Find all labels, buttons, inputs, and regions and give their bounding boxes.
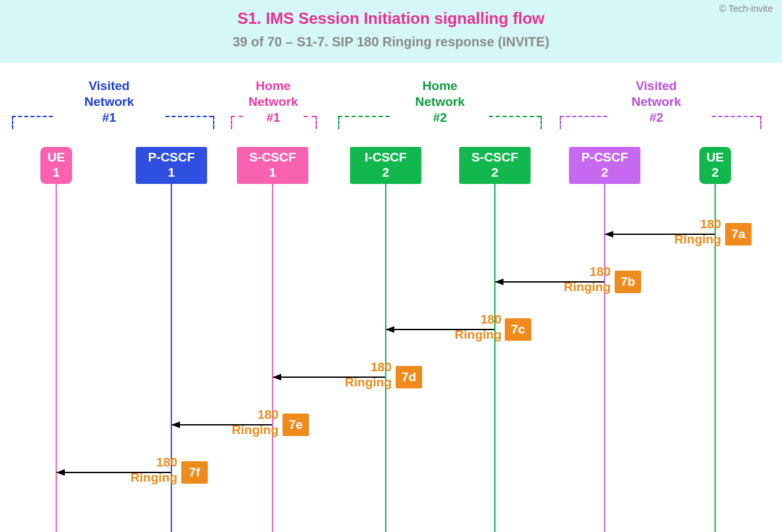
node-ue2: UE 2 [699, 147, 731, 184]
msg-bottom: Ringing [232, 423, 279, 437]
msg-bottom: Ringing [130, 470, 177, 484]
msg-bottom: Ringing [455, 328, 501, 341]
msg-top: 180 [156, 455, 177, 469]
tag-7d: 7d [396, 366, 422, 388]
bracket-visited1 [12, 116, 213, 129]
tag-7c: 7c [505, 318, 531, 341]
node-ue1: UE 1 [40, 147, 72, 184]
msg-7c: 180 Ringing [435, 312, 501, 343]
group-line: Home [423, 79, 458, 93]
group-line: Network [415, 95, 465, 109]
arrowhead-icon [386, 326, 394, 333]
msg-top: 180 [370, 360, 392, 374]
node-line: UE [48, 150, 65, 164]
tag-7e: 7e [282, 414, 309, 436]
msg-top: 180 [700, 217, 721, 231]
group-line: Visited [636, 79, 677, 93]
group-line: Network [85, 95, 134, 109]
msg-7a: 180 Ringing [655, 217, 721, 247]
node-line: S-CSCF [472, 150, 519, 164]
arrowhead-icon [605, 231, 613, 238]
arrowhead-icon [495, 279, 503, 285]
arrowhead-icon [56, 469, 65, 476]
node-pcscf1: P-CSCF 1 [136, 147, 207, 184]
group-line: Network [249, 95, 298, 109]
node-line: 1 [53, 165, 60, 179]
msg-top: 180 [589, 265, 611, 279]
group-line: Visited [89, 79, 130, 93]
tag-7a: 7a [725, 223, 752, 245]
node-line: P-CSCF [148, 150, 195, 164]
node-pcscf2: P-CSCF 2 [569, 147, 640, 184]
node-line: UE [707, 150, 724, 164]
msg-bottom: Ringing [564, 280, 611, 294]
node-line: S-CSCF [249, 150, 296, 164]
page-title: S1. IMS Session Initiation signalling fl… [0, 9, 782, 28]
node-line: I-CSCF [365, 150, 406, 164]
msg-7b: 180 Ringing [544, 265, 611, 295]
msg-top: 180 [480, 312, 501, 326]
msg-bottom: Ringing [345, 375, 392, 389]
node-line: 2 [492, 165, 499, 179]
node-scscf2: S-CSCF 2 [459, 147, 531, 184]
arrowhead-icon [273, 374, 281, 380]
node-line: P-CSCF [582, 150, 629, 164]
copyright-text: © Tech-invite [719, 3, 773, 14]
tag-7b: 7b [615, 271, 641, 293]
msg-7e: 180 Ringing [212, 408, 279, 438]
msg-bottom: Ringing [674, 232, 721, 246]
node-icscf2: I-CSCF 2 [350, 147, 421, 184]
lifeline-icscf2 [385, 184, 386, 532]
node-scscf1: S-CSCF 1 [237, 147, 308, 184]
node-line: 1 [168, 165, 175, 179]
group-line: Network [632, 95, 681, 109]
tag-7f: 7f [181, 461, 208, 484]
arrowhead-icon [171, 421, 180, 428]
msg-7d: 180 Ringing [326, 360, 392, 390]
node-line: 2 [712, 165, 719, 179]
page-subtitle: 39 of 70 – S1-7. SIP 180 Ringing respons… [0, 34, 782, 50]
node-line: 2 [382, 165, 390, 179]
bracket-home1 [231, 116, 316, 129]
node-line: 2 [601, 165, 609, 179]
node-line: 1 [269, 165, 277, 179]
msg-7f: 180 Ringing [111, 455, 177, 486]
bracket-home2 [338, 116, 541, 129]
header-bar: S1. IMS Session Initiation signalling fl… [0, 0, 782, 63]
bracket-visited2 [560, 116, 760, 129]
lifeline-scscf2 [494, 184, 496, 532]
msg-top: 180 [257, 408, 279, 421]
lifeline-ue1 [56, 184, 57, 532]
group-line: Home [256, 79, 291, 93]
diagram-canvas: S1. IMS Session Initiation signalling fl… [0, 0, 782, 532]
lifeline-scscf1 [272, 184, 273, 532]
